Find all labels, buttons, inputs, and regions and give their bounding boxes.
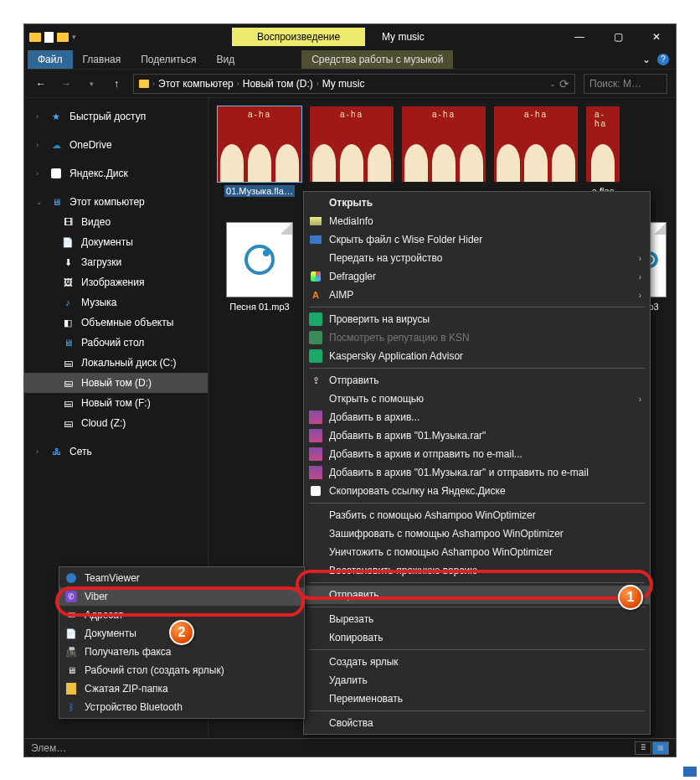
ctx-item-sendto[interactable]: Отправить› (304, 586, 650, 604)
sidebar-item-downloads[interactable]: ⬇Загрузки (24, 252, 208, 272)
crumb[interactable]: Новый том (D:) (243, 78, 313, 90)
network-icon: 🖧 (49, 445, 63, 458)
mediainfo-icon (309, 214, 322, 228)
ctx-item-openwith[interactable]: Открыть с помощью› (304, 390, 650, 408)
ctx-item-rename[interactable]: Переименовать (304, 690, 650, 708)
forward-button[interactable]: → (58, 78, 75, 90)
minimize-button[interactable]: — (560, 24, 599, 49)
ctx-item-wisehide[interactable]: Скрыть файл с Wise Folder Hider (304, 230, 650, 249)
file-item[interactable]: Песня 01.mp3 (217, 222, 302, 324)
ctx-item-addarchive[interactable]: Добавить в архив... (304, 408, 650, 426)
tab-home[interactable]: Главная (73, 50, 131, 69)
search-input[interactable]: Поиск: M… (584, 74, 667, 94)
file-item[interactable]: 01.Музыка.fla… (217, 106, 302, 209)
ctx-item-ashampoo-encrypt[interactable]: Зашифровать с помощью Ashampoo WinOptimi… (304, 524, 650, 543)
back-button[interactable]: ← (33, 78, 49, 90)
ctx-item-defraggler[interactable]: Defraggler› (304, 267, 650, 286)
callout-badge-1: 1 (618, 585, 643, 610)
winrar-icon (309, 447, 322, 461)
ctx-item-restoreprev[interactable]: Восстановить прежнюю версию (304, 561, 650, 580)
zip-icon (64, 682, 78, 695)
ctx-item-delete[interactable]: Удалить (304, 671, 650, 690)
video-icon: 🎞 (61, 215, 75, 229)
up-button[interactable]: ↑ (108, 78, 125, 90)
chevron-right-icon: › (639, 272, 641, 282)
sub-item-teamviewer[interactable]: TeamViewer (59, 569, 304, 587)
sidebar-item-drive-d[interactable]: 🖴Новый том (D:) (24, 373, 208, 393)
ctx-item-share[interactable]: ⇪Отправить (304, 371, 650, 390)
tab-view[interactable]: Вид (206, 50, 244, 69)
ctx-item-copy[interactable]: Копировать (304, 628, 650, 647)
sidebar-item-desktop[interactable]: 🖥Рабочий стол (24, 333, 208, 353)
ctx-item-viruscheck[interactable]: Проверить на вирусы (304, 310, 650, 328)
view-icons-button[interactable]: ▦ (652, 741, 669, 755)
maximize-button[interactable]: ▢ (599, 24, 637, 49)
history-button[interactable]: ▾ (83, 80, 100, 88)
ctx-item-properties[interactable]: Свойства (304, 714, 650, 732)
document-icon: 📄 (61, 235, 75, 249)
chevron-right-icon: › (639, 291, 641, 300)
callout-badge-2: 2 (169, 620, 194, 645)
drive-icon: 🖴 (61, 356, 75, 369)
help-icon[interactable]: ? (657, 54, 669, 65)
sidebar-item-documents[interactable]: 📄Документы (24, 232, 208, 252)
sidebar-item-3dobjects[interactable]: ◧Объемные объекты (24, 313, 208, 333)
close-button[interactable]: ✕ (637, 24, 676, 49)
ctx-item-addarchivename[interactable]: Добавить в архив "01.Музыка.rar" (304, 426, 650, 445)
titlebar: ▾ Воспроизведение My music — ▢ ✕ (24, 24, 676, 49)
crumb[interactable]: My music (322, 78, 365, 90)
separator (309, 307, 645, 307)
view-details-button[interactable]: ≣ (635, 741, 651, 755)
sidebar-item-onedrive[interactable]: ›☁OneDrive (24, 135, 208, 155)
refresh-icon[interactable]: ⟳ (559, 77, 569, 90)
sub-item-zip[interactable]: Сжатая ZIP-папка (59, 679, 304, 698)
ctx-item-ashampoo-destroy[interactable]: Уничтожить с помощью Ashampoo WinOptimiz… (304, 543, 650, 561)
ctx-item-kavadvisor[interactable]: Kaspersky Application Advisor (304, 347, 650, 365)
fax-icon: 📠 (64, 645, 78, 659)
ctx-item-addemailname[interactable]: Добавить в архив "01.Музыка.rar" и отпра… (304, 463, 650, 482)
tab-file[interactable]: Файл (28, 50, 73, 69)
navbar: ← → ▾ ↑ › Этот компьютер› Новый том (D:)… (24, 70, 676, 98)
ctx-item-open[interactable]: Открыть (304, 194, 650, 212)
drive-icon: 🖴 (61, 376, 75, 390)
sidebar-item-videos[interactable]: 🎞Видео (24, 212, 208, 232)
winrar-icon (309, 466, 322, 479)
ctx-item-yadisk-link[interactable]: Скопировать ссылку на Яндекс.Диске (304, 482, 650, 500)
desktop-icon: 🖥 (61, 336, 75, 349)
tab-share[interactable]: Поделиться (131, 50, 206, 69)
ctx-item-ashampoo-split[interactable]: Разбить с помощью Ashampoo WinOptimizer (304, 506, 650, 524)
winrar-icon (309, 411, 322, 424)
ctx-item-cut[interactable]: Вырезать (304, 610, 650, 628)
sidebar-item-drive-c[interactable]: 🖴Локальный диск (C:) (24, 353, 208, 373)
sidebar-item-thispc[interactable]: ⌄🖥Этот компьютер (24, 192, 208, 212)
ctx-item-shortcut[interactable]: Создать ярлык (304, 653, 650, 671)
sub-item-bluetooth[interactable]: ᛒУстройство Bluetooth (59, 698, 304, 716)
tab-music-tools[interactable]: Средства работы с музыкой (301, 50, 453, 69)
crumb[interactable]: Этот компьютер (158, 78, 234, 90)
ctx-item-aimp[interactable]: AAIMP› (304, 286, 650, 304)
separator (309, 368, 645, 369)
file-name: Песня 01.mp3 (228, 301, 291, 313)
folder-icon (29, 33, 41, 42)
ctx-item-ksn: Посмотреть репутацию в KSN (304, 328, 650, 347)
sidebar-item-drive-z[interactable]: 🖴Cloud (Z:) (24, 413, 208, 433)
sidebar-item-music[interactable]: ♪Музыка (24, 292, 208, 313)
ribbon-toggle[interactable]: ⌄? (636, 54, 676, 65)
pc-icon: 🖥 (49, 195, 63, 209)
kaspersky-icon (309, 349, 322, 363)
sidebar-item-quickaccess[interactable]: ›★Быстрый доступ (24, 106, 208, 127)
sidebar-item-pictures[interactable]: 🖼Изображения (24, 272, 208, 292)
sidebar-item-yandexdisk[interactable]: ›Яндекс.Диск (24, 163, 208, 183)
sub-item-viber[interactable]: ✆Viber (59, 587, 304, 606)
ctx-item-mediainfo[interactable]: MediaInfo (304, 212, 650, 230)
sub-item-desktoplink[interactable]: 🖥Рабочий стол (создать ярлык) (59, 661, 304, 679)
breadcrumb[interactable]: › Этот компьютер› Новый том (D:)› My mus… (133, 74, 575, 94)
sidebar-item-network[interactable]: ›🖧Сеть (24, 442, 208, 462)
ctx-item-addemail[interactable]: Добавить в архив и отправить по e-mail..… (304, 445, 650, 463)
ctx-item-cast[interactable]: Передать на устройство› (304, 249, 650, 267)
mail-icon: ✉ (64, 608, 78, 622)
sidebar-item-drive-f[interactable]: 🖴Новый том (F:) (24, 393, 208, 413)
folder-icon (139, 80, 149, 88)
desktop-icon: 🖥 (64, 664, 78, 677)
sub-item-fax[interactable]: 📠Получатель факса (59, 643, 304, 661)
